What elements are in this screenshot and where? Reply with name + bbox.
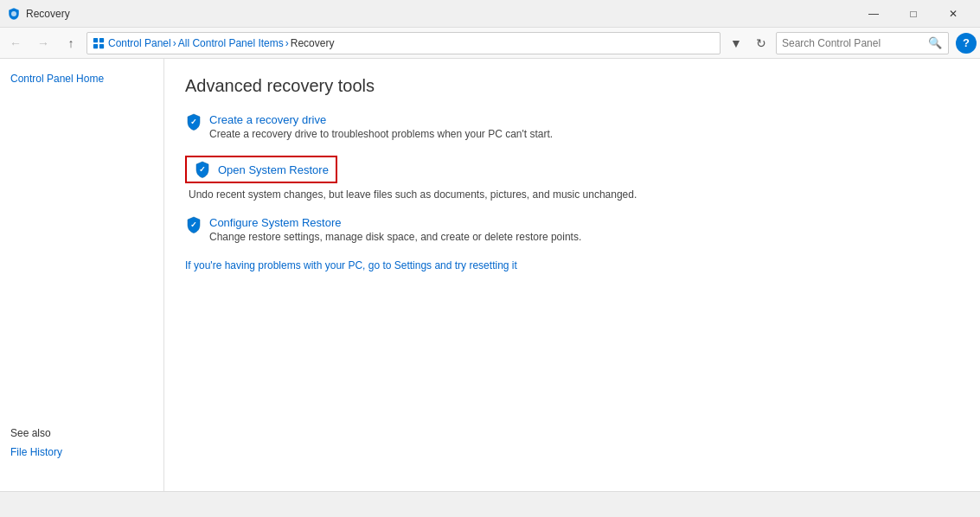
settings-reset-link[interactable]: If you're having problems with your PC, …	[185, 259, 517, 271]
open-system-restore-desc: Undo recent system changes, but leave fi…	[189, 188, 959, 201]
sidebar: Control Panel Home See also File History	[0, 59, 164, 491]
window-icon	[7, 7, 21, 21]
svg-point-0	[11, 11, 16, 16]
configure-system-restore-link[interactable]: Configure System Restore	[209, 216, 341, 229]
settings-link-wrapper: If you're having problems with your PC, …	[185, 258, 959, 271]
status-bar	[0, 491, 980, 517]
breadcrumb-all-items[interactable]: All Control Panel Items	[178, 37, 284, 49]
svg-rect-4	[99, 43, 104, 48]
open-system-restore-link[interactable]: Open System Restore	[218, 163, 329, 176]
window-controls: — □ ✕	[854, 0, 973, 28]
search-input[interactable]	[782, 37, 927, 49]
main-layout: Control Panel Home See also File History…	[0, 59, 980, 491]
sidebar-item-control-panel-home[interactable]: Control Panel Home	[0, 69, 163, 88]
address-box[interactable]: Control Panel › All Control Panel Items …	[86, 32, 721, 54]
configure-system-restore-desc: Change restore settings, manage disk spa…	[209, 231, 581, 243]
create-recovery-drive-link[interactable]: Create a recovery drive	[209, 113, 326, 126]
svg-text:✓: ✓	[190, 220, 197, 229]
window-title: Recovery	[26, 8, 70, 20]
control-panel-icon	[93, 37, 105, 49]
search-box[interactable]: 🔍	[776, 32, 949, 54]
dropdown-button[interactable]: ▼	[724, 31, 748, 55]
recovery-content-create-drive: Create a recovery drive Create a recover…	[209, 113, 553, 140]
svg-rect-1	[93, 37, 98, 41]
breadcrumb-control-panel[interactable]: Control Panel	[108, 37, 171, 49]
svg-text:✓: ✓	[190, 118, 197, 126]
back-button[interactable]: ←	[3, 31, 28, 55]
help-button[interactable]: ?	[956, 33, 977, 54]
sidebar-item-file-history[interactable]: File History	[0, 443, 163, 462]
forward-button[interactable]: →	[31, 31, 55, 55]
search-icon[interactable]: 🔍	[927, 36, 943, 49]
svg-text:✓: ✓	[199, 165, 206, 174]
shield-icon-restore: ✓	[194, 161, 211, 178]
close-button[interactable]: ✕	[933, 0, 973, 28]
recovery-content-configure: Configure System Restore Change restore …	[209, 216, 581, 243]
shield-icon-create: ✓	[185, 113, 202, 131]
see-also-title: See also	[0, 417, 163, 443]
address-bar: ← → ↑ Control Panel › All Control Panel …	[0, 28, 980, 59]
recovery-option-configure: ✓ Configure System Restore Change restor…	[185, 216, 959, 243]
page-title: Advanced recovery tools	[185, 76, 959, 96]
content-area: Advanced recovery tools ✓ Create a recov…	[164, 59, 980, 491]
shield-icon-configure: ✓	[185, 216, 202, 233]
address-right-controls: ▼ ↻	[724, 31, 772, 55]
recovery-option-create-drive: ✓ Create a recovery drive Create a recov…	[185, 113, 959, 140]
create-recovery-drive-desc: Create a recovery drive to troubleshoot …	[209, 128, 553, 140]
breadcrumb: Control Panel › All Control Panel Items …	[108, 37, 334, 49]
refresh-button[interactable]: ↻	[750, 32, 772, 54]
title-bar: Recovery — □ ✕	[0, 0, 980, 28]
open-system-restore-section: ✓ Open System Restore Undo recent system…	[185, 156, 959, 201]
svg-rect-2	[99, 37, 104, 41]
maximize-button[interactable]: □	[894, 0, 933, 28]
up-button[interactable]: ↑	[59, 31, 83, 55]
svg-rect-3	[93, 43, 98, 48]
breadcrumb-recovery: Recovery	[291, 37, 335, 49]
minimize-button[interactable]: —	[854, 0, 894, 28]
open-system-restore-highlight: ✓ Open System Restore	[185, 156, 337, 183]
